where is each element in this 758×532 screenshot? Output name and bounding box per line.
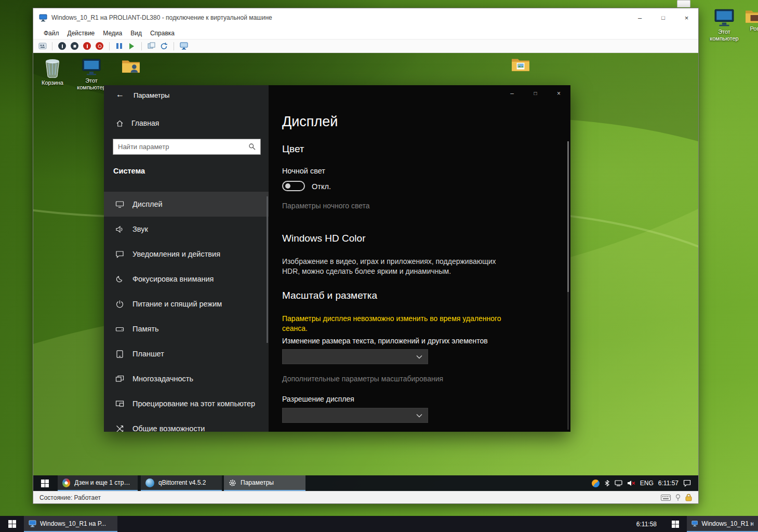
sound-icon bbox=[115, 225, 124, 234]
nav-item-label: Общие возможности bbox=[132, 424, 205, 432]
pin-icon bbox=[675, 494, 681, 501]
ctrl-alt-del-icon[interactable] bbox=[38, 42, 47, 50]
save-vm-icon[interactable] bbox=[95, 42, 104, 50]
resolution-dropdown[interactable] bbox=[282, 408, 428, 423]
window-title: Windows_10_R1 на PROLIANT-DL380 - подклю… bbox=[51, 14, 628, 21]
bluetooth-icon[interactable] bbox=[604, 480, 610, 487]
focus-assist-icon bbox=[115, 275, 124, 284]
windows-logo-icon bbox=[41, 480, 49, 487]
qbittorrent-icon bbox=[145, 478, 154, 487]
vm-desktop-icon-user-folder[interactable] bbox=[112, 58, 150, 74]
settings-window: ← Параметры Главная bbox=[104, 85, 570, 432]
search-input[interactable] bbox=[113, 143, 248, 151]
nav-item-label: Дисплей bbox=[132, 200, 163, 208]
shared-experiences-icon bbox=[115, 424, 124, 432]
taskbar-button-qbittorrent[interactable]: qBittorrent v4.5.2 bbox=[141, 475, 222, 491]
pictures-folder-icon bbox=[511, 56, 530, 73]
host-desktop-icon-behind-window[interactable] bbox=[677, 0, 690, 7]
nav-item-tablet[interactable]: Планшет bbox=[104, 341, 269, 366]
folder-icon bbox=[745, 8, 758, 24]
close-button[interactable]: × bbox=[675, 8, 698, 27]
taskbar-button-browser[interactable]: Дзен и еще 1 страни... bbox=[58, 475, 138, 491]
vm-start-button[interactable] bbox=[33, 475, 57, 491]
scale-dropdown[interactable] bbox=[282, 349, 428, 364]
nav-item-display[interactable]: Дисплей bbox=[104, 192, 269, 217]
projecting-icon bbox=[115, 400, 124, 408]
vmconnect-statusbar: Состояние: Работает bbox=[33, 491, 698, 503]
nav-item-projecting[interactable]: Проецирование на этот компьютер bbox=[104, 391, 269, 416]
sidebar-item-home[interactable]: Главная bbox=[104, 115, 269, 131]
nav-item-label: Многозадачность bbox=[132, 375, 193, 383]
nav-item-focus-assist[interactable]: Фокусировка внимания bbox=[104, 267, 269, 291]
minimize-button[interactable]: – bbox=[628, 8, 651, 27]
host-start-button[interactable] bbox=[0, 516, 24, 532]
search-icon[interactable] bbox=[248, 143, 256, 151]
zen-browser-icon bbox=[62, 478, 70, 487]
night-light-label: Ночной свет bbox=[282, 167, 325, 175]
checkpoint-icon[interactable] bbox=[147, 42, 156, 50]
host-desktop-icon-partial[interactable]: Рог bbox=[738, 8, 758, 32]
volume-muted-icon[interactable] bbox=[627, 480, 635, 486]
resume-vm-icon[interactable] bbox=[127, 42, 136, 50]
revert-icon[interactable] bbox=[159, 42, 168, 50]
nav-item-multitasking[interactable]: Многозадачность bbox=[104, 366, 269, 391]
host-taskbar-button-vmconnect[interactable]: Windows_10_R1 на P... bbox=[24, 516, 117, 532]
vm-system-tray: ENG 6:11:57 bbox=[592, 475, 698, 491]
user-folder-icon bbox=[122, 58, 140, 74]
icon-label: Рог bbox=[750, 25, 758, 32]
advanced-scaling-link[interactable]: Дополнительные параметры масштабирования bbox=[282, 375, 443, 383]
menu-file[interactable]: Файл bbox=[39, 28, 63, 38]
host-clock[interactable]: 6:11:58 bbox=[629, 516, 664, 532]
vm-desktop-icon-recycle-bin[interactable]: Корзина bbox=[34, 58, 71, 86]
settings-close-button[interactable]: × bbox=[547, 85, 570, 101]
menu-action[interactable]: Действие bbox=[63, 28, 99, 38]
vmconnect-titlebar: Windows_10_R1 на PROLIANT-DL380 - подклю… bbox=[33, 8, 698, 27]
back-button[interactable]: ← bbox=[111, 88, 129, 101]
sidebar-scrollbar[interactable] bbox=[267, 196, 268, 343]
vm-clock[interactable]: 6:11:57 bbox=[658, 480, 679, 487]
tray-app-icon[interactable] bbox=[592, 480, 600, 487]
this-pc-icon bbox=[714, 8, 735, 27]
settings-maximize-button[interactable]: □ bbox=[524, 85, 547, 101]
nav-item-storage[interactable]: Память bbox=[104, 316, 269, 341]
recycle-bin-icon bbox=[45, 58, 60, 78]
host-start-button-secondary[interactable] bbox=[664, 516, 687, 532]
action-center-icon[interactable] bbox=[683, 480, 691, 487]
display-icon bbox=[115, 200, 124, 209]
taskbar-button-label: Дзен и еще 1 страни... bbox=[74, 479, 133, 486]
night-light-settings-link[interactable]: Параметры ночного света bbox=[282, 202, 370, 210]
maximize-button[interactable]: □ bbox=[651, 8, 675, 27]
hdr-description: Изображение в видео, играх и приложениях… bbox=[282, 257, 507, 276]
nav-item-power-sleep[interactable]: Питание и спящий режим bbox=[104, 291, 269, 316]
host-taskbar-button-vmconnect-2[interactable]: Windows_10_R1 на P. bbox=[687, 516, 758, 532]
nav-item-sound[interactable]: Звук bbox=[104, 217, 269, 242]
settings-content: – □ × Дисплей Цвет Ночной свет Откл. Пар… bbox=[269, 85, 570, 432]
pause-vm-icon[interactable] bbox=[115, 42, 124, 50]
menu-media[interactable]: Медиа bbox=[99, 28, 126, 38]
nav-item-shared-experiences[interactable]: Общие возможности bbox=[104, 416, 269, 432]
turn-off-vm-icon[interactable] bbox=[70, 42, 79, 50]
vm-desktop-icon-pictures-folder[interactable] bbox=[502, 56, 539, 73]
language-indicator[interactable]: ENG bbox=[640, 480, 654, 487]
nav-item-label: Проецирование на этот компьютер bbox=[132, 400, 255, 408]
vmconnect-menubar: Файл Действие Медиа Вид Справка bbox=[33, 27, 698, 39]
nav-item-label: Память bbox=[132, 325, 159, 333]
host-taskbar: Windows_10_R1 на P... 6:11:58 Windows_10… bbox=[0, 516, 758, 532]
menu-help[interactable]: Справка bbox=[146, 28, 179, 38]
enhanced-session-icon[interactable] bbox=[179, 42, 188, 50]
settings-minimize-button[interactable]: – bbox=[500, 85, 524, 101]
nav-item-notifications[interactable]: Уведомления и действия bbox=[104, 242, 269, 267]
shut-down-vm-icon[interactable] bbox=[83, 42, 91, 50]
menu-view[interactable]: Вид bbox=[126, 28, 146, 38]
content-scrollbar-thumb[interactable] bbox=[567, 141, 569, 292]
windows-logo-icon bbox=[8, 520, 16, 528]
nav-item-label: Звук bbox=[132, 225, 148, 233]
taskbar-button-settings[interactable]: Параметры bbox=[224, 475, 305, 491]
start-vm-icon[interactable] bbox=[58, 42, 67, 50]
hyperv-window-icon bbox=[39, 14, 47, 22]
lock-icon bbox=[685, 494, 692, 501]
storage-icon bbox=[115, 325, 124, 334]
network-icon[interactable] bbox=[615, 480, 622, 486]
tablet-icon bbox=[115, 350, 124, 358]
night-light-toggle[interactable] bbox=[282, 181, 305, 191]
